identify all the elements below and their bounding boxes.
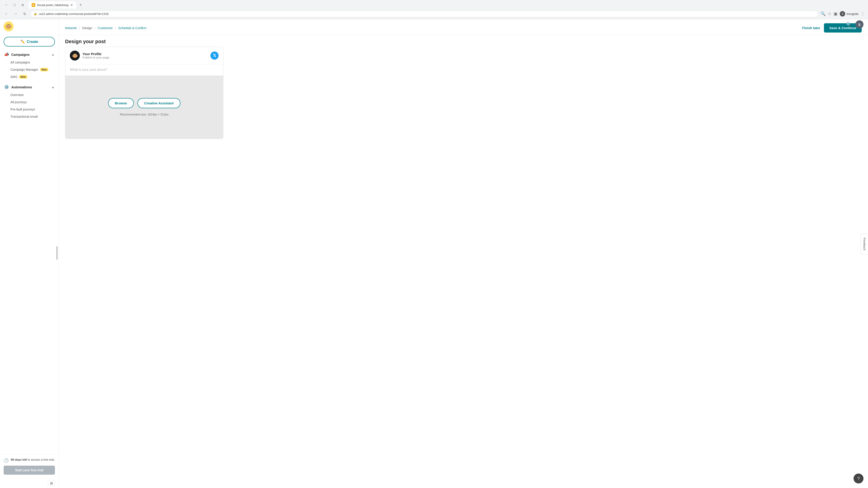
create-button[interactable]: ✏️ Create bbox=[4, 37, 55, 46]
finish-later-button[interactable]: Finish later bbox=[802, 26, 820, 30]
start-trial-button[interactable]: Start your free trial bbox=[4, 466, 55, 475]
page-title: Design your post bbox=[59, 35, 868, 47]
extensions-icon[interactable]: ▣ bbox=[834, 11, 837, 16]
breadcrumb-sep-2: › bbox=[94, 26, 96, 30]
trial-message: to access a free trial. bbox=[28, 458, 55, 461]
campaigns-section: 📣 Campaigns ▲ All campaigns Campaign Man… bbox=[0, 50, 59, 82]
tab-favicon: M bbox=[32, 3, 35, 7]
back-button[interactable]: ← bbox=[3, 10, 10, 17]
sidebar-item-all-campaigns[interactable]: All campaigns bbox=[0, 59, 59, 66]
sms-label: SMS bbox=[10, 75, 17, 78]
feedback-tab[interactable]: Feedback bbox=[861, 234, 868, 254]
automations-icon: ⚙️ bbox=[4, 85, 9, 90]
avatar[interactable]: S bbox=[855, 20, 864, 29]
tab-close-button[interactable]: ✕ bbox=[70, 3, 73, 7]
sidebar-collapse-button[interactable]: ▦ bbox=[48, 480, 55, 486]
post-image-area: Browse Creative Assistant Recommended si… bbox=[65, 75, 223, 139]
post-profile: 🐵 Your Profile Publish to your page bbox=[70, 51, 110, 61]
sidebar-item-sms[interactable]: SMS New bbox=[0, 73, 59, 80]
tab-title: Social posts | Mailchimp bbox=[37, 3, 68, 7]
minimize-button[interactable]: − bbox=[3, 2, 9, 8]
search-button[interactable]: 🔍 bbox=[846, 22, 852, 27]
breadcrumb-design[interactable]: Design bbox=[82, 26, 92, 30]
menu-icon[interactable]: ⋮ bbox=[861, 11, 865, 16]
breadcrumb-sep-3: › bbox=[115, 26, 116, 30]
svg-text:🐵: 🐵 bbox=[72, 53, 78, 59]
profile-avatar: 🐵 bbox=[70, 51, 80, 61]
maximize-button[interactable]: □ bbox=[11, 2, 18, 8]
post-text-area[interactable]: What is your post about? bbox=[65, 64, 223, 75]
create-label: Create bbox=[27, 40, 38, 44]
transactional-email-label: Transactional email bbox=[10, 115, 38, 119]
automations-header[interactable]: ⚙️ Automations ▲ bbox=[0, 82, 59, 91]
automations-section: ⚙️ Automations ▲ Overview All journeys P… bbox=[0, 82, 59, 122]
browser-actions: 🔍 ☆ ▣ S Incognito ⋮ bbox=[820, 11, 865, 17]
twitter-icon: 𝕏 bbox=[211, 52, 219, 60]
mailchimp-logo[interactable]: 🐵 bbox=[0, 19, 59, 34]
sidebar-footer: 🕐 90 days left to access a free trial. S… bbox=[0, 454, 59, 478]
incognito-icon: S bbox=[840, 11, 845, 17]
post-placeholder: What is your post about? bbox=[70, 68, 107, 71]
lock-icon: 🔒 bbox=[34, 12, 37, 15]
all-campaigns-label: All campaigns bbox=[10, 61, 30, 64]
prebuilt-journeys-label: Pre-built journeys bbox=[10, 107, 35, 111]
sidebar: 🐵 ✏️ Create 📣 Campaigns ▲ All campaigns … bbox=[0, 19, 59, 487]
post-editor-container: 🐵 Your Profile Publish to your page 𝕏 Wh… bbox=[59, 47, 868, 145]
pencil-icon: ✏️ bbox=[21, 39, 25, 44]
breadcrumb-schedule-confirm[interactable]: Schedule & Confirm bbox=[118, 26, 147, 30]
address-bar[interactable]: 🔒 us21.admin.mailchimp.com/social-posts/… bbox=[30, 11, 818, 17]
profile-name: Your Profile bbox=[83, 52, 110, 56]
app-container: 🐵 ✏️ Create 📣 Campaigns ▲ All campaigns … bbox=[0, 19, 868, 487]
forward-button[interactable]: → bbox=[12, 10, 19, 17]
help-button[interactable]: ? bbox=[854, 474, 864, 484]
campaigns-label: Campaigns bbox=[11, 53, 30, 57]
overview-label: Overview bbox=[10, 93, 24, 97]
top-bar: Network › Design › Customize › Schedule … bbox=[59, 19, 868, 35]
creative-assistant-button[interactable]: Creative Assistant bbox=[137, 98, 180, 108]
window-controls: − □ ✕ bbox=[3, 2, 26, 8]
close-button[interactable]: ✕ bbox=[20, 2, 26, 8]
post-header: 🐵 Your Profile Publish to your page 𝕏 bbox=[65, 47, 223, 64]
browser-controls: ← → ↻ 🔒 us21.admin.mailchimp.com/social-… bbox=[0, 8, 868, 19]
new-tab-button[interactable]: + bbox=[78, 2, 84, 8]
sidebar-item-prebuilt-journeys[interactable]: Pre-built journeys bbox=[0, 106, 59, 113]
sms-badge: New bbox=[19, 75, 27, 78]
recommended-size-text: Recommended size: 1024px × 512px bbox=[120, 113, 168, 116]
sidebar-item-all-journeys[interactable]: All journeys bbox=[0, 98, 59, 106]
automations-title: ⚙️ Automations bbox=[4, 85, 32, 90]
clock-icon: 🕐 bbox=[4, 458, 8, 463]
campaigns-icon: 📣 bbox=[4, 52, 9, 57]
campaigns-chevron-icon: ▲ bbox=[51, 53, 55, 56]
header-global: 🔍 S bbox=[846, 20, 864, 29]
sidebar-item-overview[interactable]: Overview bbox=[0, 91, 59, 98]
campaigns-title: 📣 Campaigns bbox=[4, 52, 30, 57]
campaigns-header[interactable]: 📣 Campaigns ▲ bbox=[0, 50, 59, 59]
refresh-button[interactable]: ↻ bbox=[21, 10, 28, 17]
campaign-manager-label: Campaign Manager bbox=[10, 68, 38, 71]
active-tab[interactable]: M Social posts | Mailchimp ✕ bbox=[29, 1, 76, 8]
incognito-button[interactable]: S Incognito bbox=[840, 11, 859, 17]
trial-text: 90 days left to access a free trial. bbox=[11, 458, 55, 461]
breadcrumb-network[interactable]: Network bbox=[65, 26, 76, 30]
post-card: 🐵 Your Profile Publish to your page 𝕏 Wh… bbox=[65, 47, 223, 139]
search-toolbar-icon[interactable]: 🔍 bbox=[820, 11, 826, 16]
days-left: 90 days left bbox=[11, 458, 27, 461]
bookmark-icon[interactable]: ☆ bbox=[828, 11, 831, 16]
sidebar-item-campaign-manager[interactable]: Campaign Manager New bbox=[0, 66, 59, 73]
campaign-manager-badge: New bbox=[40, 68, 49, 71]
browser-chrome: − □ ✕ M Social posts | Mailchimp ✕ + ← →… bbox=[0, 0, 868, 19]
sidebar-toggle: ▦ bbox=[0, 478, 59, 487]
breadcrumb-sep-1: › bbox=[79, 26, 80, 30]
automations-label: Automations bbox=[11, 85, 32, 89]
trial-notice: 🕐 90 days left to access a free trial. bbox=[4, 458, 55, 463]
browse-button[interactable]: Browse bbox=[108, 98, 134, 108]
breadcrumb-customize[interactable]: Customize bbox=[98, 26, 113, 30]
main-content: Network › Design › Customize › Schedule … bbox=[59, 19, 868, 487]
logo-icon[interactable]: 🐵 bbox=[4, 22, 13, 31]
profile-sub: Publish to your page bbox=[83, 56, 110, 59]
profile-info: Your Profile Publish to your page bbox=[83, 52, 110, 59]
automations-chevron-icon: ▲ bbox=[51, 85, 55, 89]
post-image-buttons: Browse Creative Assistant bbox=[108, 98, 181, 108]
sidebar-scrollbar[interactable] bbox=[56, 246, 58, 260]
sidebar-item-transactional-email[interactable]: Transactional email bbox=[0, 113, 59, 120]
